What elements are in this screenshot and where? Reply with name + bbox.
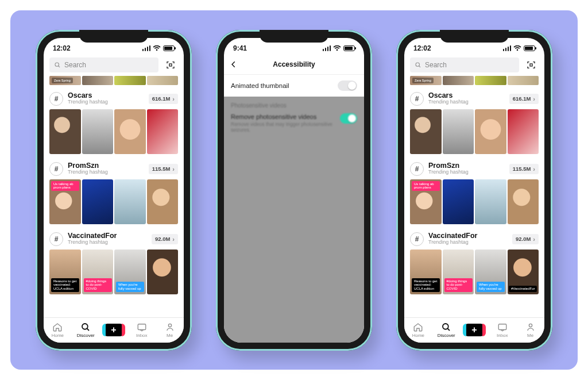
video-thumb[interactable] xyxy=(410,109,442,154)
wifi-icon xyxy=(513,45,521,51)
wifi-icon xyxy=(333,45,341,51)
video-thumb[interactable] xyxy=(82,109,114,154)
svg-rect-9 xyxy=(530,64,532,66)
settings-blurred-section: Photosensitive videos Remove photosensit… xyxy=(224,97,364,139)
thumb-row: Reasons to get vaccinated: UCLA edition … xyxy=(44,247,184,298)
scan-button[interactable] xyxy=(163,57,178,72)
setting-description: Remove videos that may trigger photosens… xyxy=(231,121,340,133)
toggle-animated-thumbnail[interactable] xyxy=(338,80,357,91)
phone-discover-left: 12:02 Search xyxy=(36,30,192,351)
thumb-badge: #VaccinatedFor xyxy=(509,286,537,292)
video-thumb[interactable] xyxy=(114,179,146,224)
svg-point-0 xyxy=(55,63,59,67)
status-time: 9:41 xyxy=(233,44,247,52)
video-thumb[interactable]: When you're fully vaxxed up xyxy=(114,250,146,294)
hero-strip[interactable]: Zara Spring xyxy=(44,76,184,85)
video-thumb[interactable] xyxy=(114,109,146,154)
video-thumb[interactable] xyxy=(147,109,179,154)
battery-icon xyxy=(524,45,535,51)
tab-label: Home xyxy=(52,333,64,338)
status-time: 12:02 xyxy=(413,44,431,52)
hashtag-count[interactable]: 92.0M xyxy=(152,234,178,244)
tab-label: Inbox xyxy=(136,333,148,338)
search-icon xyxy=(415,62,421,68)
search-placeholder: Search xyxy=(64,61,86,69)
video-thumb[interactable] xyxy=(508,109,539,154)
tab-create[interactable]: + xyxy=(461,325,489,335)
tab-create[interactable]: + xyxy=(100,325,128,335)
thumb-row: Us talking ab prom plans xyxy=(44,177,184,228)
scan-button[interactable] xyxy=(524,57,539,72)
svg-point-7 xyxy=(416,63,420,67)
hashtag-icon: # xyxy=(410,162,424,176)
scan-icon xyxy=(166,60,175,70)
tab-inbox[interactable]: Inbox xyxy=(127,322,156,338)
setting-label: Remove photosensitive videos xyxy=(231,113,340,120)
hashtag-count[interactable]: 616.1M xyxy=(149,94,178,104)
tab-me[interactable]: Me xyxy=(156,322,184,338)
video-thumb[interactable] xyxy=(475,109,506,154)
thumb-badge: When you're fully vaxxed up xyxy=(116,282,144,291)
tab-discover[interactable]: Discover xyxy=(72,322,100,338)
search-icon xyxy=(54,62,61,68)
video-thumb[interactable] xyxy=(147,250,179,294)
video-thumb[interactable] xyxy=(82,179,114,224)
tab-me[interactable]: Me xyxy=(516,322,544,338)
hashtag-name: VaccinatedFor xyxy=(428,232,477,240)
hashtag-sub: Trending hashtag xyxy=(68,170,108,175)
hashtag-name: PromSzn xyxy=(68,162,108,170)
video-thumb[interactable]: When you're fully vaxxed up xyxy=(475,250,506,294)
hashtag-row-oscars[interactable]: # Oscars Trending hashtag 616.1M xyxy=(404,87,544,107)
video-thumb[interactable] xyxy=(147,179,179,224)
hashtag-name: PromSzn xyxy=(428,162,469,170)
hashtag-count[interactable]: 115.5M xyxy=(149,164,178,174)
plus-icon: + xyxy=(104,324,123,336)
home-icon xyxy=(413,322,423,332)
thumb-badge: Reasons to get vaccinated: UCLA edition xyxy=(412,278,440,292)
svg-rect-2 xyxy=(169,64,172,66)
setting-remove-photosensitive[interactable]: Remove photosensitive videos Remove vide… xyxy=(231,113,357,133)
video-thumb[interactable]: Us talking ab prom plans xyxy=(410,179,442,224)
plus-icon: + xyxy=(465,324,484,336)
hashtag-row-promszn[interactable]: # PromSzn Trending hashtag 115.5M xyxy=(44,158,184,177)
hashtag-row-promszn[interactable]: # PromSzn Trending hashtag 115.5M xyxy=(404,158,544,177)
hashtag-row-vaccinatedfor[interactable]: # VaccinatedFor Trending hashtag 92.0M xyxy=(44,228,184,247)
tab-inbox[interactable]: Inbox xyxy=(488,322,516,338)
video-thumb[interactable]: #doing things to do post-COVID xyxy=(443,250,474,294)
video-thumb[interactable] xyxy=(443,109,474,154)
tab-home[interactable]: Home xyxy=(44,322,72,338)
tab-home[interactable]: Home xyxy=(404,322,432,338)
hashtag-row-vaccinatedfor[interactable]: # VaccinatedFor Trending hashtag 92.0M xyxy=(404,228,544,247)
signal-icon xyxy=(323,45,331,51)
settings-header: Accessibility xyxy=(224,55,364,75)
scan-icon xyxy=(527,60,536,70)
video-thumb[interactable] xyxy=(508,179,539,224)
video-thumb[interactable] xyxy=(443,179,474,224)
hashtag-row-oscars[interactable]: # Oscars Trending hashtag 616.1M xyxy=(44,87,184,107)
video-thumb[interactable]: #VaccinatedFor xyxy=(508,250,539,294)
video-thumb[interactable] xyxy=(49,109,81,154)
svg-point-13 xyxy=(529,324,532,327)
back-button[interactable] xyxy=(230,60,238,68)
video-thumb[interactable] xyxy=(475,179,506,224)
svg-line-4 xyxy=(87,328,90,331)
search-input[interactable]: Search xyxy=(49,57,158,72)
video-thumb[interactable]: Us talking ab prom plans xyxy=(49,179,81,224)
search-input[interactable]: Search xyxy=(410,57,519,72)
thumb-badge: Us talking ab prom plans xyxy=(412,181,440,191)
hashtag-count[interactable]: 616.1M xyxy=(509,94,539,104)
hashtag-count[interactable]: 92.0M xyxy=(512,234,539,244)
setting-animated-thumbnail[interactable]: Animated thumbnail xyxy=(224,75,364,97)
svg-point-3 xyxy=(82,324,88,329)
hashtag-icon: # xyxy=(410,92,424,106)
tab-discover[interactable]: Discover xyxy=(432,322,461,338)
hashtag-count[interactable]: 115.5M xyxy=(509,164,539,174)
hero-strip[interactable]: Zara Spring xyxy=(404,76,544,85)
thumb-row xyxy=(404,107,544,158)
home-icon xyxy=(52,322,63,332)
toggle-remove-photosensitive[interactable] xyxy=(340,113,357,124)
video-thumb[interactable]: #doing things to do post-COVID xyxy=(82,250,114,294)
video-thumb[interactable]: Reasons to get vaccinated: UCLA edition xyxy=(410,250,442,294)
status-icons xyxy=(323,45,355,51)
video-thumb[interactable]: Reasons to get vaccinated: UCLA edition xyxy=(49,250,81,294)
